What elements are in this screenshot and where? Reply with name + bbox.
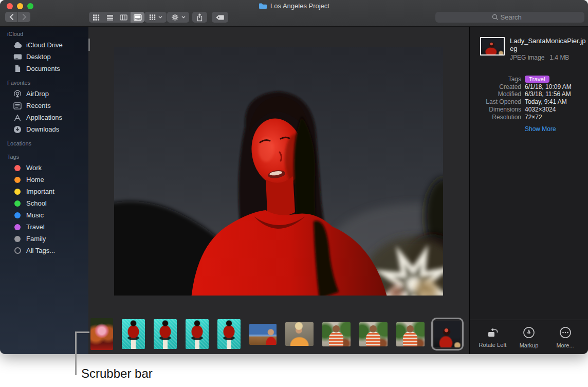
rotate-left-icon <box>487 327 499 339</box>
sidebar-item-travel[interactable]: Travel <box>0 221 88 233</box>
metadata-value: 4032×3024 <box>525 106 556 114</box>
sidebar-item-icloud-drive[interactable]: iCloud Drive <box>0 39 88 51</box>
downloads-icon <box>13 125 22 134</box>
callout-label: Scrubber bar <box>81 366 153 381</box>
search-input[interactable] <box>501 13 528 21</box>
scrubber-thumbnail-9[interactable] <box>359 322 388 346</box>
file-name: Lady_SantaMonicaPier.jpeg <box>510 37 587 52</box>
sidebar-section-icloud: iCloudiCloud DriveDesktopDocuments <box>0 29 88 75</box>
search-field[interactable] <box>435 12 584 23</box>
scrubber-bar[interactable] <box>88 317 469 352</box>
scrubber-thumbnail-1[interactable] <box>90 318 113 350</box>
list-view-button[interactable] <box>103 12 117 23</box>
tag-dot <box>13 212 22 218</box>
window-title-text: Los Angeles Project <box>270 2 329 10</box>
sidebar-item-applications[interactable]: Applications <box>0 112 88 123</box>
zoom-window-button[interactable] <box>27 3 33 9</box>
sidebar-item-label: AirDrop <box>26 90 49 98</box>
tag-dot <box>13 177 22 183</box>
sidebar-section-title: Locations <box>0 135 88 149</box>
sidebar-item-label: Desktop <box>26 53 51 61</box>
quick-action-label: Rotate Left <box>479 342 507 348</box>
sidebar-item-music[interactable]: Music <box>0 209 88 221</box>
share-button[interactable] <box>192 12 207 23</box>
metadata-row-resolution: Resolution72×72 <box>470 114 588 121</box>
gallery-view-button[interactable] <box>131 12 144 23</box>
scrubber-thumbnail-3[interactable] <box>154 319 177 349</box>
list-view-icon <box>106 14 114 21</box>
chevron-right-icon <box>22 14 27 20</box>
column-view-button[interactable] <box>117 12 131 23</box>
sidebar-item-label: Work <box>26 164 42 172</box>
minimize-window-button[interactable] <box>17 3 23 9</box>
scrubber-thumbnail-6[interactable] <box>249 324 277 345</box>
recents-icon <box>13 102 22 109</box>
scrubber-thumbnail-7[interactable] <box>285 322 314 346</box>
forward-button[interactable] <box>18 12 30 22</box>
metadata-value: 6/1/18, 10:09 AM <box>525 83 572 91</box>
more-button[interactable]: More... <box>550 326 581 348</box>
sidebar-item-work[interactable]: Work <box>0 162 88 174</box>
scrubber-thumbnail-4[interactable] <box>186 319 209 349</box>
window-controls <box>7 3 33 9</box>
metadata-value: Travel <box>525 76 549 83</box>
sidebar-item-family[interactable]: Family <box>0 233 88 245</box>
sidebar-item-airdrop[interactable]: AirDrop <box>0 88 88 100</box>
close-window-button[interactable] <box>7 3 13 9</box>
tag-button[interactable] <box>212 12 228 23</box>
sidebar-section-title: iCloud <box>0 29 88 39</box>
rotate-left-button[interactable]: Rotate Left <box>477 327 508 348</box>
scrubber-thumbnail-8[interactable] <box>322 322 351 346</box>
gallery-view-icon <box>134 14 142 21</box>
sidebar-item-important[interactable]: Important <box>0 186 88 197</box>
preview-pane: Lady_SantaMonicaPier.jpeg JPEG image 1.4… <box>469 26 588 354</box>
view-switcher <box>89 12 144 23</box>
sidebar-item-documents[interactable]: Documents <box>0 63 88 75</box>
sidebar-item-label: Applications <box>26 114 62 121</box>
sidebar-item-label: All Tags... <box>26 247 55 254</box>
file-info-header: Lady_SantaMonicaPier.jpeg JPEG image 1.4… <box>470 26 588 61</box>
chevron-down-icon <box>181 16 186 19</box>
back-button[interactable] <box>5 12 17 22</box>
main-photo-preview[interactable] <box>114 47 443 296</box>
scrubber-thumbnail-10[interactable] <box>396 322 425 346</box>
sidebar-item-label: Recents <box>26 102 51 109</box>
gear-icon <box>171 13 179 21</box>
sidebar-section-locations: Locations <box>0 135 88 149</box>
metadata-label: Modified <box>470 90 521 98</box>
metadata-label: Created <box>470 83 521 91</box>
action-gear-button[interactable] <box>167 12 189 23</box>
sidebar-item-recents[interactable]: Recents <box>0 100 88 112</box>
scrubber-thumbnail-5[interactable] <box>217 319 241 349</box>
share-icon <box>196 13 203 22</box>
metadata-label: Dimensions <box>470 106 521 114</box>
sidebar-item-downloads[interactable]: Downloads <box>0 123 88 135</box>
scrubber-thumbnail-2[interactable] <box>122 319 145 349</box>
sidebar-section-favorites: FavoritesAirDropRecentsApplicationsDownl… <box>0 75 88 135</box>
metadata-value: 6/3/18, 11:56 AM <box>525 90 571 98</box>
markup-button[interactable]: Markup <box>513 326 544 348</box>
sidebar-item-all-tags[interactable]: All Tags... <box>0 245 88 256</box>
scrubber-selection-border[interactable] <box>431 318 464 351</box>
tag-icon <box>215 14 225 21</box>
show-more-link[interactable]: Show More <box>525 125 556 133</box>
sidebar-item-label: Downloads <box>26 125 59 133</box>
icon-view-button[interactable] <box>89 12 103 23</box>
search-icon <box>492 14 499 21</box>
scrubber-offscreen-thumbnail-sliver <box>88 39 90 51</box>
markup-icon <box>523 326 535 340</box>
sidebar-item-school[interactable]: School <box>0 197 88 209</box>
file-size: 1.4 MB <box>549 54 569 61</box>
tag-dot <box>13 165 22 171</box>
scrubber-thumbnail-selected[interactable] <box>434 321 461 347</box>
callout-line-vertical <box>75 331 77 375</box>
sidebar-item-home[interactable]: Home <box>0 174 88 186</box>
desktop-icon <box>13 53 22 60</box>
file-kind: JPEG image <box>510 54 544 61</box>
metadata-label: Resolution <box>470 114 521 121</box>
cloud-icon <box>13 42 22 48</box>
callout-line-horizontal <box>75 331 89 333</box>
airdrop-icon <box>13 90 22 98</box>
sidebar-item-desktop[interactable]: Desktop <box>0 51 88 63</box>
group-button[interactable] <box>144 12 167 23</box>
